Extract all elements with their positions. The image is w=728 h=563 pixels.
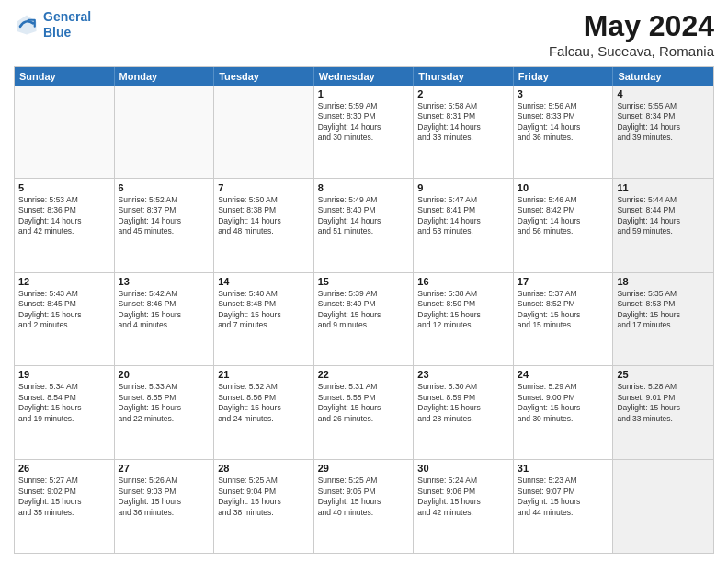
calendar-cell-10: 10Sunrise: 5:46 AM Sunset: 8:42 PM Dayli… (514, 179, 614, 272)
cell-info: Sunrise: 5:43 AM Sunset: 8:45 PM Dayligh… (18, 289, 110, 331)
cell-info: Sunrise: 5:42 AM Sunset: 8:46 PM Dayligh… (119, 289, 210, 331)
header-day-tuesday: Tuesday (214, 67, 314, 86)
calendar-cell-30: 30Sunrise: 5:24 AM Sunset: 9:06 PM Dayli… (414, 460, 514, 553)
day-number: 28 (218, 463, 310, 474)
day-number: 20 (119, 369, 210, 380)
day-number: 2 (417, 88, 509, 99)
day-number: 30 (417, 463, 509, 474)
cell-info: Sunrise: 5:25 AM Sunset: 9:04 PM Dayligh… (218, 476, 310, 518)
calendar-cell-20: 20Sunrise: 5:33 AM Sunset: 8:55 PM Dayli… (115, 366, 215, 459)
cell-info: Sunrise: 5:39 AM Sunset: 8:49 PM Dayligh… (318, 289, 410, 331)
cell-info: Sunrise: 5:40 AM Sunset: 8:48 PM Dayligh… (218, 289, 310, 331)
calendar-cell-25: 25Sunrise: 5:28 AM Sunset: 9:01 PM Dayli… (613, 366, 713, 459)
logo-text: General Blue (43, 9, 91, 40)
cell-info: Sunrise: 5:28 AM Sunset: 9:01 PM Dayligh… (617, 382, 710, 424)
day-number: 24 (518, 369, 609, 380)
calendar-row-3: 19Sunrise: 5:34 AM Sunset: 8:54 PM Dayli… (15, 365, 713, 459)
calendar-cell-5: 5Sunrise: 5:53 AM Sunset: 8:36 PM Daylig… (15, 179, 115, 272)
calendar-cell-23: 23Sunrise: 5:30 AM Sunset: 8:59 PM Dayli… (414, 366, 514, 459)
calendar-cell-24: 24Sunrise: 5:29 AM Sunset: 9:00 PM Dayli… (514, 366, 614, 459)
day-number: 9 (417, 182, 509, 193)
cell-info: Sunrise: 5:34 AM Sunset: 8:54 PM Dayligh… (18, 382, 110, 424)
day-number: 7 (218, 182, 310, 193)
day-number: 14 (218, 276, 310, 287)
calendar-cell-17: 17Sunrise: 5:37 AM Sunset: 8:52 PM Dayli… (514, 273, 614, 366)
cell-info: Sunrise: 5:58 AM Sunset: 8:31 PM Dayligh… (417, 101, 509, 144)
logo-icon (14, 12, 40, 38)
calendar-cell-14: 14Sunrise: 5:40 AM Sunset: 8:48 PM Dayli… (214, 273, 314, 366)
calendar-cell-12: 12Sunrise: 5:43 AM Sunset: 8:45 PM Dayli… (15, 273, 115, 366)
cell-info: Sunrise: 5:32 AM Sunset: 8:56 PM Dayligh… (218, 382, 310, 424)
calendar-cell-22: 22Sunrise: 5:31 AM Sunset: 8:58 PM Dayli… (314, 366, 415, 459)
cell-info: Sunrise: 5:50 AM Sunset: 8:38 PM Dayligh… (218, 195, 310, 237)
page: General Blue May 2024 Falcau, Suceava, R… (0, 0, 728, 563)
cell-info: Sunrise: 5:37 AM Sunset: 8:52 PM Dayligh… (518, 289, 609, 331)
cell-info: Sunrise: 5:46 AM Sunset: 8:42 PM Dayligh… (518, 195, 609, 237)
header-day-saturday: Saturday (613, 67, 713, 86)
cell-info: Sunrise: 5:25 AM Sunset: 9:05 PM Dayligh… (318, 476, 410, 518)
calendar-cell-1: 1Sunrise: 5:59 AM Sunset: 8:30 PM Daylig… (314, 86, 415, 178)
calendar-cell-28: 28Sunrise: 5:25 AM Sunset: 9:04 PM Dayli… (214, 460, 314, 553)
day-number: 27 (119, 463, 210, 474)
calendar-cell-15: 15Sunrise: 5:39 AM Sunset: 8:49 PM Dayli… (314, 273, 415, 366)
subtitle: Falcau, Suceava, Romania (549, 43, 714, 59)
day-number: 11 (617, 182, 710, 193)
calendar-cell-6: 6Sunrise: 5:52 AM Sunset: 8:37 PM Daylig… (115, 179, 215, 272)
day-number: 8 (318, 182, 410, 193)
calendar-cell-4: 4Sunrise: 5:55 AM Sunset: 8:34 PM Daylig… (613, 86, 713, 178)
cell-info: Sunrise: 5:24 AM Sunset: 9:06 PM Dayligh… (417, 476, 509, 518)
day-number: 13 (119, 276, 210, 287)
day-number: 21 (218, 369, 310, 380)
day-number: 1 (318, 88, 410, 99)
calendar-cell-21: 21Sunrise: 5:32 AM Sunset: 8:56 PM Dayli… (214, 366, 314, 459)
day-number: 4 (617, 88, 710, 99)
cell-info: Sunrise: 5:44 AM Sunset: 8:44 PM Dayligh… (617, 195, 710, 237)
cell-info: Sunrise: 5:38 AM Sunset: 8:50 PM Dayligh… (417, 289, 509, 331)
day-number: 10 (518, 182, 609, 193)
day-number: 19 (18, 369, 110, 380)
calendar-cell-7: 7Sunrise: 5:50 AM Sunset: 8:38 PM Daylig… (214, 179, 314, 272)
day-number: 31 (518, 463, 609, 474)
header-day-friday: Friday (514, 67, 614, 86)
header-day-wednesday: Wednesday (314, 67, 415, 86)
header-day-thursday: Thursday (414, 67, 514, 86)
calendar-cell-27: 27Sunrise: 5:26 AM Sunset: 9:03 PM Dayli… (115, 460, 215, 553)
logo: General Blue (14, 9, 91, 40)
cell-info: Sunrise: 5:29 AM Sunset: 9:00 PM Dayligh… (518, 382, 609, 424)
cell-info: Sunrise: 5:26 AM Sunset: 9:03 PM Dayligh… (119, 476, 210, 518)
calendar-row-4: 26Sunrise: 5:27 AM Sunset: 9:02 PM Dayli… (15, 459, 713, 553)
day-number: 17 (518, 276, 609, 287)
calendar-header: SundayMondayTuesdayWednesdayThursdayFrid… (15, 67, 713, 86)
calendar-cell-13: 13Sunrise: 5:42 AM Sunset: 8:46 PM Dayli… (115, 273, 215, 366)
header: General Blue May 2024 Falcau, Suceava, R… (14, 9, 714, 59)
day-number: 25 (617, 369, 710, 380)
cell-info: Sunrise: 5:31 AM Sunset: 8:58 PM Dayligh… (318, 382, 410, 424)
header-day-monday: Monday (115, 67, 215, 86)
main-title: May 2024 (549, 9, 714, 43)
day-number: 29 (318, 463, 410, 474)
calendar-cell-18: 18Sunrise: 5:35 AM Sunset: 8:53 PM Dayli… (613, 273, 713, 366)
day-number: 18 (617, 276, 710, 287)
calendar-cell-19: 19Sunrise: 5:34 AM Sunset: 8:54 PM Dayli… (15, 366, 115, 459)
day-number: 6 (119, 182, 210, 193)
cell-info: Sunrise: 5:52 AM Sunset: 8:37 PM Dayligh… (119, 195, 210, 237)
day-number: 12 (18, 276, 110, 287)
title-block: May 2024 Falcau, Suceava, Romania (549, 9, 714, 59)
header-day-sunday: Sunday (15, 67, 115, 86)
cell-info: Sunrise: 5:47 AM Sunset: 8:41 PM Dayligh… (417, 195, 509, 237)
cell-info: Sunrise: 5:30 AM Sunset: 8:59 PM Dayligh… (417, 382, 509, 424)
day-number: 23 (417, 369, 509, 380)
calendar-cell-empty-4-6 (613, 460, 713, 553)
calendar-cell-16: 16Sunrise: 5:38 AM Sunset: 8:50 PM Dayli… (414, 273, 514, 366)
logo-line1: General (43, 9, 91, 24)
cell-info: Sunrise: 5:55 AM Sunset: 8:34 PM Dayligh… (617, 101, 710, 144)
cell-info: Sunrise: 5:56 AM Sunset: 8:33 PM Dayligh… (518, 101, 609, 144)
logo-line2: Blue (43, 25, 71, 40)
day-number: 3 (518, 88, 609, 99)
calendar-cell-11: 11Sunrise: 5:44 AM Sunset: 8:44 PM Dayli… (613, 179, 713, 272)
day-number: 15 (318, 276, 410, 287)
calendar-cell-empty-0-2 (214, 86, 314, 178)
day-number: 16 (417, 276, 509, 287)
calendar-cell-29: 29Sunrise: 5:25 AM Sunset: 9:05 PM Dayli… (314, 460, 415, 553)
calendar-body: 1Sunrise: 5:59 AM Sunset: 8:30 PM Daylig… (15, 86, 713, 553)
